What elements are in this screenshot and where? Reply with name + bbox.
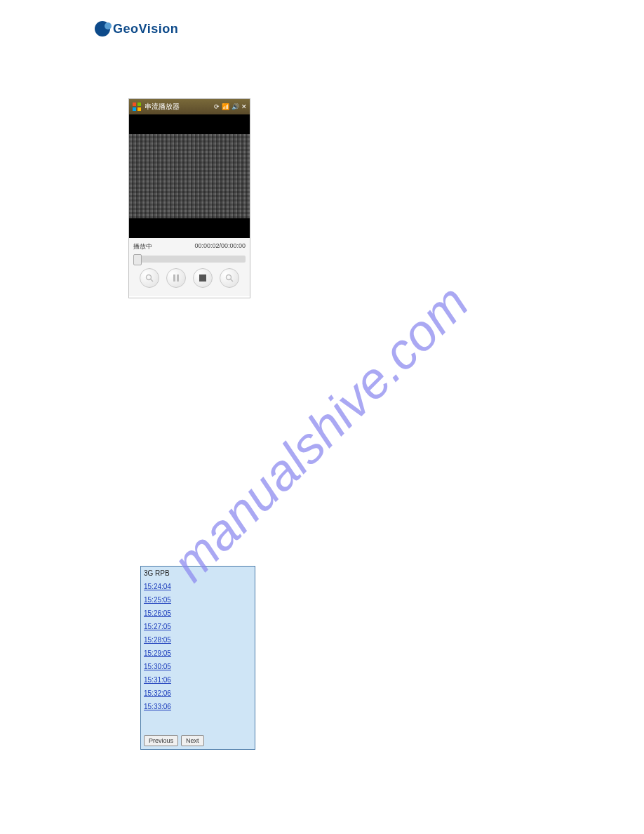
- svg-line-10: [231, 279, 234, 282]
- rpb-item[interactable]: 15:28:05: [144, 632, 252, 645]
- zoom-in-button[interactable]: [220, 268, 239, 288]
- brand-logo: GeoVision: [95, 21, 178, 37]
- magnifier-minus-icon: [145, 274, 154, 282]
- playback-status: 播放中: [133, 242, 152, 251]
- stop-button[interactable]: [193, 268, 213, 288]
- rpb-item[interactable]: 15:32:06: [144, 685, 252, 699]
- close-icon[interactable]: ✕: [241, 103, 247, 110]
- seek-slider[interactable]: [133, 256, 246, 263]
- svg-point-4: [147, 275, 152, 280]
- svg-rect-3: [137, 107, 141, 111]
- rpb-item[interactable]: 15:27:05: [144, 618, 252, 632]
- watermark-text: manualshive.com: [161, 274, 479, 592]
- magnifier-plus-icon: [225, 274, 234, 282]
- rpb-item[interactable]: 15:26:05: [144, 605, 252, 618]
- player-controls: 播放中 00:00:02/00:00:00: [129, 238, 250, 296]
- rpb-item[interactable]: 15:30:05: [144, 658, 252, 672]
- svg-rect-2: [133, 107, 136, 111]
- svg-point-9: [227, 275, 232, 280]
- rpb-title: 3G RPB: [141, 567, 255, 578]
- windows-start-icon[interactable]: [132, 102, 142, 112]
- video-content-parking-lot: [129, 134, 250, 218]
- svg-rect-8: [199, 274, 206, 282]
- svg-rect-1: [137, 102, 141, 106]
- svg-rect-0: [133, 102, 136, 106]
- svg-rect-6: [173, 274, 175, 282]
- rpb-item[interactable]: 15:31:06: [144, 672, 252, 685]
- logo-icon: [95, 21, 110, 37]
- previous-button[interactable]: Previous: [144, 735, 178, 746]
- rpb-list: 15:24:04 15:25:05 15:26:05 15:27:05 15:2…: [141, 578, 255, 732]
- media-player-window: 串流播放器 ⟳ 📶 🔊 ✕ 播放中 00:00:02/00:00:00: [128, 98, 250, 298]
- rpb-item[interactable]: 15:29:05: [144, 645, 252, 658]
- volume-icon[interactable]: 🔊: [232, 103, 239, 110]
- pause-icon: [173, 274, 180, 282]
- playback-time: 00:00:02/00:00:00: [194, 242, 246, 251]
- next-button[interactable]: Next: [181, 735, 204, 746]
- zoom-out-button[interactable]: [140, 268, 159, 288]
- logo-text: GeoVision: [113, 22, 178, 37]
- rpb-item[interactable]: 15:24:04: [144, 578, 252, 592]
- rpb-item[interactable]: 15:33:06: [144, 699, 252, 712]
- player-title: 串流播放器: [145, 102, 214, 112]
- video-frame: [129, 114, 250, 238]
- svg-rect-7: [177, 274, 179, 282]
- rpb-item[interactable]: 15:25:05: [144, 592, 252, 605]
- player-titlebar: 串流播放器 ⟳ 📶 🔊 ✕: [129, 99, 250, 114]
- pause-button[interactable]: [166, 268, 186, 288]
- sync-icon: ⟳: [214, 103, 220, 110]
- svg-line-5: [151, 279, 154, 282]
- stop-icon: [199, 274, 206, 282]
- rpb-panel: 3G RPB 15:24:04 15:25:05 15:26:05 15:27:…: [140, 566, 255, 750]
- signal-icon: 📶: [222, 103, 229, 110]
